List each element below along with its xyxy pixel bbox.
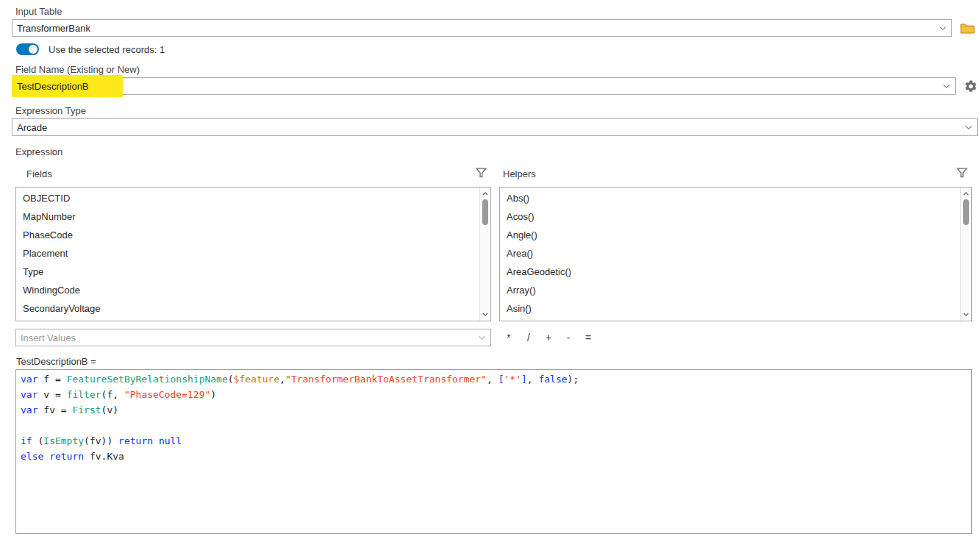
fields-panel-title: Fields bbox=[26, 168, 52, 179]
scrollbar-thumb[interactable] bbox=[963, 199, 969, 225]
list-item[interactable]: WindingCode bbox=[16, 281, 479, 299]
field-name-value: TestDescriptionB bbox=[17, 81, 939, 92]
selected-records-label: Use the selected records: 1 bbox=[49, 44, 165, 55]
list-item[interactable]: AreaGeodetic() bbox=[500, 263, 959, 281]
list-item[interactable]: Array() bbox=[500, 281, 959, 299]
chevron-down-icon[interactable] bbox=[935, 26, 946, 30]
field-name-label: Field Name (Existing or New) bbox=[15, 64, 980, 75]
fields-listbox: OBJECTIDMapNumberPhaseCodePlacementTypeW… bbox=[15, 187, 491, 321]
list-item[interactable]: Asin() bbox=[500, 299, 959, 318]
code-line: if (IsEmpty(fv)) return null bbox=[21, 433, 967, 449]
code-editor[interactable]: var f = FeatureSetByRelationshipName($fe… bbox=[15, 369, 972, 534]
calculate-field-pane: Input Table TransformerBank Use the sele… bbox=[0, 0, 980, 542]
code-line bbox=[21, 418, 967, 433]
operator-button[interactable]: = bbox=[583, 332, 593, 343]
fields-list: OBJECTIDMapNumberPhaseCodePlacementTypeW… bbox=[16, 188, 490, 321]
operator-button[interactable]: + bbox=[543, 332, 554, 343]
operator-button[interactable]: * bbox=[504, 332, 514, 343]
expression-type-value: Arcade bbox=[17, 122, 961, 133]
expression-type-label: Expression Type bbox=[15, 105, 980, 116]
code-line: else return fv.Kva bbox=[21, 449, 967, 464]
scroll-up-icon[interactable] bbox=[480, 189, 490, 199]
code-line: var f = FeatureSetByRelationshipName($fe… bbox=[21, 371, 967, 387]
insert-values-placeholder: Insert Values bbox=[21, 332, 474, 343]
toggle-knob bbox=[29, 45, 37, 54]
list-item[interactable]: Angle() bbox=[500, 226, 959, 244]
helpers-listbox: Abs()Acos()Angle()Area()AreaGeodetic()Ar… bbox=[499, 187, 972, 321]
list-item[interactable]: Rotation bbox=[16, 318, 479, 321]
operator-button[interactable]: - bbox=[563, 332, 573, 343]
list-item[interactable]: Atan() bbox=[500, 318, 959, 321]
list-item[interactable]: Acos() bbox=[500, 207, 959, 226]
code-line: var fv = First(v) bbox=[21, 402, 967, 418]
list-item[interactable]: MapNumber bbox=[16, 207, 479, 226]
list-item[interactable]: Area() bbox=[500, 244, 959, 263]
fields-scrollbar[interactable] bbox=[479, 188, 490, 321]
code-line: var v = filter(f, "PhaseCode=129") bbox=[21, 387, 967, 402]
list-item[interactable]: PhaseCode bbox=[16, 226, 479, 244]
helpers-list: Abs()Acos()Angle()Area()AreaGeodetic()Ar… bbox=[500, 188, 971, 321]
helpers-filter-icon[interactable] bbox=[956, 168, 968, 180]
scroll-down-icon[interactable] bbox=[480, 310, 490, 319]
helpers-scrollbar[interactable] bbox=[960, 188, 971, 321]
browse-folder-icon[interactable] bbox=[960, 23, 975, 34]
insert-values-combo[interactable]: Insert Values bbox=[15, 329, 491, 346]
input-table-label: Input Table bbox=[15, 0, 980, 17]
gear-icon[interactable] bbox=[964, 79, 978, 93]
list-item[interactable]: OBJECTID bbox=[16, 189, 479, 207]
assignment-label: TestDescriptionB = bbox=[16, 356, 980, 367]
fields-filter-icon[interactable] bbox=[476, 168, 487, 180]
scroll-up-icon[interactable] bbox=[961, 189, 971, 199]
chevron-down-icon[interactable] bbox=[474, 336, 485, 340]
helpers-panel-title: Helpers bbox=[503, 168, 536, 179]
chevron-down-icon[interactable] bbox=[961, 126, 972, 129]
operator-buttons: */+-= bbox=[499, 332, 972, 343]
selected-records-toggle[interactable] bbox=[16, 43, 39, 55]
expression-type-combo[interactable]: Arcade bbox=[12, 118, 978, 136]
list-item[interactable]: Type bbox=[16, 263, 479, 281]
chevron-down-icon[interactable] bbox=[939, 85, 950, 88]
input-table-value: TransformerBank bbox=[17, 23, 935, 34]
list-item[interactable]: Abs() bbox=[500, 189, 959, 207]
input-table-combo[interactable]: TransformerBank bbox=[12, 19, 952, 37]
scrollbar-thumb[interactable] bbox=[482, 199, 488, 225]
list-item[interactable]: SecondaryVoltage bbox=[16, 299, 479, 318]
list-item[interactable]: Placement bbox=[16, 244, 479, 263]
scroll-down-icon[interactable] bbox=[961, 310, 971, 319]
operator-button[interactable]: / bbox=[523, 332, 534, 343]
field-name-combo[interactable]: TestDescriptionB bbox=[12, 77, 956, 95]
expression-label: Expression bbox=[15, 146, 980, 157]
